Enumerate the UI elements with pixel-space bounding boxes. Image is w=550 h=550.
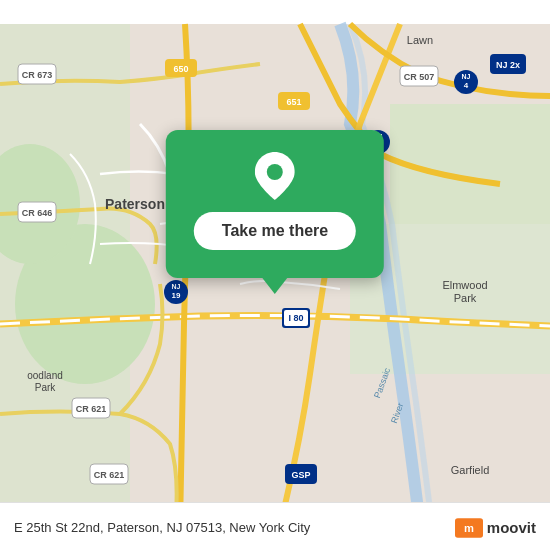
svg-text:650: 650	[173, 64, 188, 74]
svg-text:NJ 2x: NJ 2x	[496, 60, 520, 70]
svg-text:CR 621: CR 621	[76, 404, 107, 414]
svg-text:651: 651	[286, 97, 301, 107]
svg-text:Park: Park	[454, 292, 477, 304]
moovit-logo-label: moovit	[487, 519, 536, 536]
svg-text:I 80: I 80	[288, 313, 303, 323]
moovit-logo-icon: m	[455, 518, 483, 538]
svg-text:Lawn: Lawn	[407, 34, 433, 46]
svg-text:CR 621: CR 621	[94, 470, 125, 480]
svg-text:CR 646: CR 646	[22, 208, 53, 218]
svg-text:GSP: GSP	[291, 470, 310, 480]
map-container: CR 673 650 CR 646 NJ 19 NJ 20 NJ 4 CR 50…	[0, 0, 550, 550]
svg-text:19: 19	[172, 291, 181, 300]
location-popup-card: Take me there	[166, 130, 384, 278]
moovit-logo: m moovit	[455, 518, 536, 538]
svg-text:Park: Park	[35, 382, 57, 393]
svg-text:m: m	[464, 522, 474, 534]
address-label: E 25th St 22nd, Paterson, NJ 07513, New …	[14, 520, 455, 535]
svg-text:oodland: oodland	[27, 370, 63, 381]
location-pin-icon	[255, 152, 295, 200]
svg-point-46	[267, 164, 283, 180]
svg-text:NJ: NJ	[462, 73, 471, 80]
svg-text:Paterson: Paterson	[105, 196, 165, 212]
take-me-there-button[interactable]: Take me there	[194, 212, 356, 250]
svg-text:NJ: NJ	[172, 283, 181, 290]
bottom-bar: E 25th St 22nd, Paterson, NJ 07513, New …	[0, 502, 550, 550]
svg-text:CR 673: CR 673	[22, 70, 53, 80]
svg-text:Elmwood: Elmwood	[442, 279, 487, 291]
svg-text:CR 507: CR 507	[404, 72, 435, 82]
svg-text:4: 4	[464, 81, 469, 90]
svg-text:Garfield: Garfield	[451, 464, 490, 476]
